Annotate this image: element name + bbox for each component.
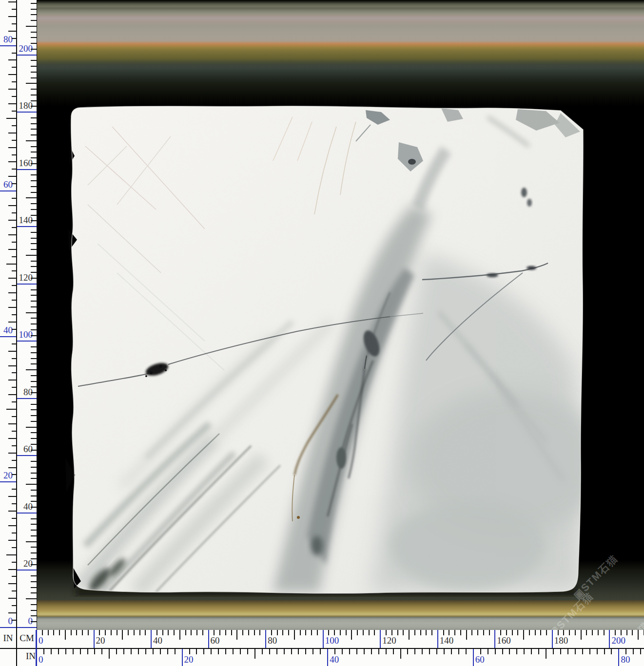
ruler-tick [391,630,392,635]
ruler-tick [8,103,16,104]
ruler-tick [546,630,547,635]
ruler-tick [31,232,37,233]
unit-label-inches-horizontal: IN [17,649,37,666]
ruler-tick [31,66,37,67]
ruler-divider-line [0,648,644,649]
ruler-tick [31,518,37,519]
ruler-grid-line [327,649,328,666]
ruler-grid-line [94,630,95,648]
ruler-tick [12,329,16,330]
ruler-tick [31,301,37,302]
ruler-tick [8,423,16,424]
ruler-tick [31,478,37,479]
ruler-tick [12,605,16,606]
ruler-tick [31,117,37,118]
ruler-tick [248,630,249,635]
ruler-tick [31,163,37,164]
ruler-tick [8,453,16,454]
ruler-tick [351,630,352,640]
scanner-top-light-bands [37,0,644,106]
ruler-tick [312,649,313,654]
ruler-grid-line [473,649,474,666]
ruler-tick [12,285,16,286]
ruler-tick [12,314,16,315]
ruler-number: 20 [184,655,194,665]
scanner-bottom-gold-band [37,600,644,617]
ruler-tick [12,169,16,170]
ruler-grid-line [0,190,16,191]
ruler-tick [356,649,357,654]
ruler-tick [12,358,16,359]
ruler-tick [254,630,255,635]
ruler-tick [31,323,37,324]
ruler-tick [8,147,16,148]
ruler-tick [586,630,587,635]
ruler-tick [131,649,132,654]
ruler-tick [31,174,37,175]
ruler-tick [12,576,16,577]
slab-image [63,103,590,597]
ruler-tick [262,649,263,654]
ruler-tick [8,540,16,541]
ruler-tick [31,220,37,221]
unit-label-inches-vertical: IN [0,630,16,648]
ruler-tick [31,89,37,90]
ruler-tick [175,649,176,654]
ruler-tick [31,215,37,216]
ruler-tick [386,630,387,635]
ruler-tick [592,630,593,635]
ruler-tick [231,630,232,635]
ruler-tick [640,649,641,654]
ruler-grid-line [17,112,37,113]
ruler-tick [409,630,410,640]
ruler-tick [12,125,16,126]
ruler-grid-line [17,169,37,170]
ruler-tick [31,421,37,422]
ruler-tick [621,630,622,635]
ruler-tick [546,649,546,659]
ruler-tick [31,261,37,262]
ruler-tick [99,630,100,635]
ruler-tick [495,649,496,654]
ruler-tick [12,53,16,54]
ruler-tick [8,351,16,352]
ruler-tick [8,365,16,366]
ruler-tick [214,630,215,635]
ruler-tick [26,83,37,84]
ruler-tick [31,49,37,50]
ruler-tick [31,106,37,107]
ruler-tick [12,111,16,112]
ruler-vertical-inches: 020406080 [0,0,17,630]
ruler-grid-line [17,570,37,571]
ruler-tick [31,20,37,21]
ruler-tick [31,467,37,468]
ruler-tick [31,203,37,204]
ruler-tick [31,352,37,353]
ruler-tick [12,445,16,446]
ruler-tick [575,649,576,654]
ruler-number: 40 [153,636,162,646]
ruler-tick [12,242,16,243]
ruler-tick [8,569,16,570]
ruler-tick [31,392,37,393]
ruler-tick [12,270,16,271]
ruler-tick [254,649,255,659]
ruler-tick [443,630,444,635]
ruler-tick [12,503,16,504]
ruler-tick [202,630,203,635]
ruler-grid-line [17,398,37,399]
ruler-tick [626,630,627,635]
ruler-tick [569,630,570,635]
ruler-grid-line [0,45,16,46]
ruler-tick [271,630,272,635]
ruler-tick [31,587,37,588]
ruler-tick [454,630,455,635]
ruler-number: 160 [497,636,511,646]
ruler-tick [31,186,37,187]
ruler-tick [31,192,37,193]
ruler-number: 120 [382,636,396,646]
ruler-tick [26,598,37,599]
ruler-tick [357,630,358,635]
ruler-horizontal-cm: 020406080100120140160180200 [37,630,644,648]
ruler-tick [480,649,481,654]
